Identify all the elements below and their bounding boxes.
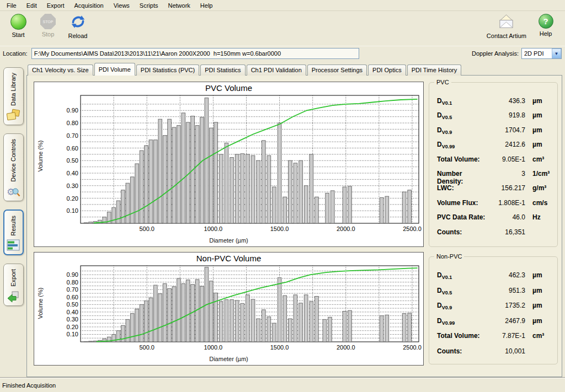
- gears-icon: ⚙: [6, 185, 20, 198]
- svg-text:0.30: 0.30: [67, 316, 78, 323]
- status-bar: Finished Acquisition: [0, 377, 565, 392]
- pvc-group-title: PVC: [434, 79, 451, 85]
- non-pvc-stats-rows: DV0.1462.3µmDV0.5951.3µmDV0.91735.2µmDV0…: [437, 271, 551, 362]
- pvc-volume-plot: 0.100.200.300.400.500.600.700.800.90500.…: [34, 82, 423, 246]
- pvc-volume-chart: 0.100.200.300.400.500.600.700.800.90500.…: [34, 82, 424, 247]
- svg-text:0.60: 0.60: [67, 294, 78, 300]
- help-button[interactable]: ? Help: [531, 13, 561, 37]
- menu-item-network[interactable]: Network: [163, 1, 195, 10]
- non-pvc-stats-group: Non-PVC DV0.1462.3µmDV0.5951.3µmDV0.9173…: [429, 256, 558, 364]
- contact-artium-label: Contact Artium: [487, 33, 526, 39]
- stop-button[interactable]: STOP Stop: [33, 13, 63, 37]
- pvc-stats-group: PVC DV0.1436.3µmDV0.5919.8µmDV0.91704.7µ…: [429, 82, 558, 247]
- doppler-analysis-select[interactable]: 2D PDI ▼: [521, 48, 562, 59]
- svg-text:1500.0: 1500.0: [270, 225, 289, 232]
- svg-text:500.0: 500.0: [139, 344, 154, 351]
- menu-item-file[interactable]: File: [2, 1, 22, 10]
- menu-item-scripts[interactable]: Scripts: [135, 1, 163, 10]
- doppler-analysis-value: 2D PDI: [522, 50, 552, 57]
- reload-button[interactable]: Reload: [63, 13, 93, 39]
- svg-text:0.70: 0.70: [67, 132, 78, 139]
- svg-text:0.10: 0.10: [67, 331, 78, 337]
- tab-ch1-velocity-vs-size[interactable]: Ch1 Velocity vs. Size: [28, 65, 93, 76]
- menu-item-export[interactable]: Export: [42, 1, 70, 10]
- stat-row-dv0-5: DV0.5951.3µm: [437, 287, 551, 302]
- help-button-label: Help: [540, 30, 552, 37]
- stats-column: PVC DV0.1436.3µmDV0.5919.8µmDV0.91704.7µ…: [429, 82, 558, 372]
- stat-row-dv0-5: DV0.5919.8µm: [437, 111, 551, 126]
- tab-pdi-time-history[interactable]: PDI Time History: [407, 65, 462, 76]
- menu-item-acquisition[interactable]: Acquisition: [70, 1, 109, 10]
- svg-text:0.50: 0.50: [67, 157, 78, 164]
- svg-text:2500.0: 2500.0: [403, 225, 422, 232]
- non-pvc-chart-ylabel: Volume (%): [37, 287, 44, 319]
- tab-bar: Ch1 Velocity vs. SizePDI VolumePDI Stati…: [26, 63, 562, 76]
- start-button-label: Start: [12, 31, 24, 38]
- tab-processor-settings[interactable]: Processor Settings: [307, 65, 367, 76]
- envelope-icon: [497, 14, 515, 31]
- stat-row-total-volume: Total Volume:9.05E-1cm³: [437, 155, 551, 170]
- menu-bar: FileEditExportAcquisitionViewsScriptsNet…: [0, 0, 565, 11]
- sidebar-item-label: Results: [10, 216, 17, 236]
- pvc-stats-rows: DV0.1436.3µmDV0.5919.8µmDV0.91704.7µmDV0…: [437, 97, 551, 243]
- stat-row-pvc-data-rate: PVC Data Rate:46.0Hz: [437, 213, 551, 228]
- tab-ch1-pdi-validation[interactable]: Ch1 PDI Validation: [247, 65, 306, 76]
- stat-row-dv0-1: DV0.1462.3µm: [437, 271, 551, 287]
- main-area: Data LibraryDevice Controls⚙ResultsExpor…: [0, 61, 565, 377]
- svg-text:0.90: 0.90: [67, 107, 78, 114]
- sidebar: Data LibraryDevice Controls⚙ResultsExpor…: [0, 61, 26, 377]
- reload-icon: [70, 14, 86, 31]
- doppler-analysis-label: Doppler Analysis:: [472, 50, 519, 57]
- contact-artium-button[interactable]: Contact Artium: [482, 13, 531, 39]
- non-pvc-chart-title: Non-PVC Volume: [34, 254, 423, 263]
- svg-text:0.90: 0.90: [67, 271, 78, 278]
- svg-text:0.40: 0.40: [67, 170, 78, 176]
- sidebar-item-export[interactable]: Export: [3, 264, 24, 306]
- non-pvc-chart-xlabel: Diameter (µm): [34, 356, 423, 362]
- menu-item-edit[interactable]: Edit: [22, 1, 42, 10]
- svg-text:0.30: 0.30: [67, 182, 78, 189]
- svg-text:2000.0: 2000.0: [337, 225, 355, 232]
- reload-button-label: Reload: [68, 33, 88, 39]
- stat-row-number-density: Number Density:31/cm³: [437, 170, 551, 184]
- stat-row-dv0-9: DV0.91735.2µm: [437, 302, 551, 317]
- menu-item-views[interactable]: Views: [109, 1, 135, 10]
- menu-item-help[interactable]: Help: [195, 1, 218, 10]
- svg-text:0.70: 0.70: [67, 286, 78, 293]
- location-input[interactable]: [31, 48, 359, 59]
- chevron-down-icon[interactable]: ▼: [552, 49, 561, 58]
- tab-pdi-volume[interactable]: PDI Volume: [94, 63, 135, 76]
- tab-pdi-statistics-pvc[interactable]: PDI Statistics (PVC): [136, 65, 199, 76]
- non-pvc-volume-chart: 0.100.200.300.400.500.600.700.800.90500.…: [34, 252, 424, 366]
- pvc-chart-xlabel: Diameter (µm): [34, 237, 423, 244]
- sidebar-item-label: Export: [10, 269, 17, 287]
- stat-row-dv0-99: DV0.992412.6µm: [437, 141, 551, 155]
- svg-text:0.50: 0.50: [67, 301, 78, 308]
- svg-text:1500.0: 1500.0: [270, 344, 289, 351]
- stop-button-label: Stop: [42, 31, 55, 37]
- sidebar-item-results[interactable]: Results: [3, 210, 24, 256]
- svg-text:0.40: 0.40: [67, 309, 78, 315]
- pvc-chart-title: PVC Volume: [34, 83, 423, 93]
- sidebar-item-device-controls[interactable]: Device Controls⚙: [3, 133, 24, 201]
- toolbar: Start STOP Stop Reload Contact Ar: [0, 11, 565, 46]
- stat-row-dv0-1: DV0.1436.3µm: [437, 97, 551, 111]
- stat-row-dv0-99: DV0.992467.9µm: [437, 317, 551, 332]
- start-button[interactable]: Start: [3, 13, 33, 38]
- svg-text:0.20: 0.20: [67, 324, 78, 330]
- svg-text:1000.0: 1000.0: [204, 225, 223, 232]
- stat-row-volume-flux: Volume Flux:1.808E-1cm/s: [437, 199, 551, 213]
- stat-row-dv0-9: DV0.91704.7µm: [437, 126, 551, 141]
- stat-row-lwc: LWC:156.217g/m³: [437, 184, 551, 198]
- stop-icon: STOP: [40, 14, 56, 29]
- charts-column: 0.100.200.300.400.500.600.700.800.90500.…: [34, 82, 424, 372]
- svg-text:0.10: 0.10: [67, 207, 78, 214]
- sidebar-item-data-library[interactable]: Data Library: [3, 67, 24, 125]
- pvc-chart-ylabel: Volume (%): [37, 141, 44, 172]
- location-bar: Location: Doppler Analysis: 2D PDI ▼: [0, 46, 565, 61]
- help-icon: ?: [539, 14, 553, 29]
- tab-pdi-optics[interactable]: PDI Optics: [368, 65, 406, 76]
- svg-text:1000.0: 1000.0: [204, 344, 223, 351]
- tab-pdi-statistics[interactable]: PDI Statistics: [200, 65, 245, 76]
- location-label: Location:: [3, 50, 28, 57]
